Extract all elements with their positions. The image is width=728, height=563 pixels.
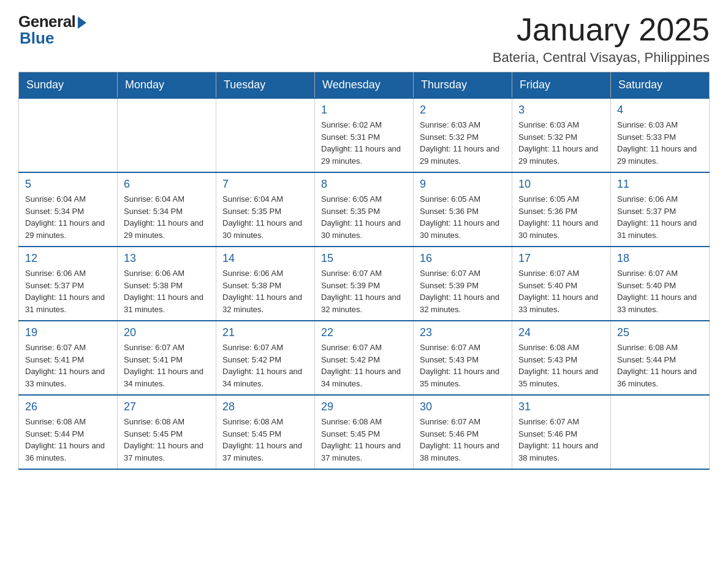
day-info: Sunrise: 6:05 AMSunset: 5:35 PMDaylight:… bbox=[321, 193, 407, 241]
day-info: Sunrise: 6:05 AMSunset: 5:36 PMDaylight:… bbox=[420, 193, 506, 241]
day-number: 2 bbox=[420, 104, 506, 117]
day-number: 25 bbox=[617, 326, 703, 339]
calendar-cell: 26Sunrise: 6:08 AMSunset: 5:44 PMDayligh… bbox=[19, 395, 118, 469]
day-number: 17 bbox=[518, 252, 604, 265]
day-number: 18 bbox=[617, 252, 703, 265]
day-info: Sunrise: 6:08 AMSunset: 5:44 PMDaylight:… bbox=[25, 416, 111, 464]
day-info: Sunrise: 6:06 AMSunset: 5:38 PMDaylight:… bbox=[124, 267, 210, 315]
calendar-table: SundayMondayTuesdayWednesdayThursdayFrid… bbox=[18, 72, 710, 470]
calendar-week-row: 1Sunrise: 6:02 AMSunset: 5:31 PMDaylight… bbox=[19, 98, 710, 172]
day-info: Sunrise: 6:04 AMSunset: 5:34 PMDaylight:… bbox=[25, 193, 111, 241]
calendar-cell: 10Sunrise: 6:05 AMSunset: 5:36 PMDayligh… bbox=[512, 172, 611, 247]
day-info: Sunrise: 6:08 AMSunset: 5:43 PMDaylight:… bbox=[518, 342, 604, 389]
day-number: 4 bbox=[617, 104, 703, 117]
day-number: 14 bbox=[222, 252, 308, 265]
day-info: Sunrise: 6:02 AMSunset: 5:31 PMDaylight:… bbox=[321, 119, 407, 167]
calendar-cell: 5Sunrise: 6:04 AMSunset: 5:34 PMDaylight… bbox=[19, 172, 118, 247]
day-info: Sunrise: 6:08 AMSunset: 5:45 PMDaylight:… bbox=[124, 416, 210, 464]
day-info: Sunrise: 6:07 AMSunset: 5:39 PMDaylight:… bbox=[420, 267, 506, 315]
calendar-cell: 1Sunrise: 6:02 AMSunset: 5:31 PMDaylight… bbox=[315, 98, 414, 172]
day-number: 23 bbox=[420, 326, 506, 339]
calendar-week-row: 19Sunrise: 6:07 AMSunset: 5:41 PMDayligh… bbox=[19, 321, 710, 395]
calendar-cell: 29Sunrise: 6:08 AMSunset: 5:45 PMDayligh… bbox=[315, 395, 414, 469]
day-info: Sunrise: 6:08 AMSunset: 5:44 PMDaylight:… bbox=[617, 342, 703, 389]
calendar-cell bbox=[216, 98, 315, 172]
calendar-cell: 7Sunrise: 6:04 AMSunset: 5:35 PMDaylight… bbox=[216, 172, 315, 247]
day-number: 28 bbox=[222, 400, 308, 413]
calendar-cell: 19Sunrise: 6:07 AMSunset: 5:41 PMDayligh… bbox=[19, 321, 118, 395]
day-number: 6 bbox=[124, 178, 210, 191]
day-number: 19 bbox=[25, 326, 111, 339]
calendar-cell: 15Sunrise: 6:07 AMSunset: 5:39 PMDayligh… bbox=[315, 247, 414, 321]
day-info: Sunrise: 6:05 AMSunset: 5:36 PMDaylight:… bbox=[518, 193, 604, 241]
calendar-cell bbox=[611, 395, 710, 469]
weekday-header-saturday: Saturday bbox=[611, 72, 710, 99]
calendar-cell: 8Sunrise: 6:05 AMSunset: 5:35 PMDaylight… bbox=[315, 172, 414, 247]
day-info: Sunrise: 6:06 AMSunset: 5:38 PMDaylight:… bbox=[222, 267, 308, 315]
day-info: Sunrise: 6:07 AMSunset: 5:41 PMDaylight:… bbox=[124, 342, 210, 389]
day-number: 5 bbox=[25, 178, 111, 191]
day-info: Sunrise: 6:07 AMSunset: 5:46 PMDaylight:… bbox=[518, 416, 604, 464]
day-number: 27 bbox=[124, 400, 210, 413]
day-info: Sunrise: 6:07 AMSunset: 5:43 PMDaylight:… bbox=[420, 342, 506, 389]
day-info: Sunrise: 6:06 AMSunset: 5:37 PMDaylight:… bbox=[25, 267, 111, 315]
day-number: 1 bbox=[321, 104, 407, 117]
day-number: 29 bbox=[321, 400, 407, 413]
day-info: Sunrise: 6:08 AMSunset: 5:45 PMDaylight:… bbox=[222, 416, 308, 464]
day-number: 24 bbox=[518, 326, 604, 339]
page-header: General Blue January 2025 Bateria, Centr… bbox=[18, 12, 710, 66]
weekday-header-thursday: Thursday bbox=[414, 72, 512, 99]
logo-triangle-icon bbox=[78, 17, 86, 29]
title-block: January 2025 Bateria, Central Visayas, P… bbox=[493, 12, 710, 66]
calendar-week-row: 12Sunrise: 6:06 AMSunset: 5:37 PMDayligh… bbox=[19, 247, 710, 321]
day-info: Sunrise: 6:07 AMSunset: 5:40 PMDaylight:… bbox=[518, 267, 604, 315]
weekday-header-monday: Monday bbox=[118, 72, 216, 99]
calendar-cell: 24Sunrise: 6:08 AMSunset: 5:43 PMDayligh… bbox=[512, 321, 611, 395]
calendar-cell: 9Sunrise: 6:05 AMSunset: 5:36 PMDaylight… bbox=[414, 172, 512, 247]
day-info: Sunrise: 6:07 AMSunset: 5:42 PMDaylight:… bbox=[321, 342, 407, 389]
day-info: Sunrise: 6:06 AMSunset: 5:37 PMDaylight:… bbox=[617, 193, 703, 241]
month-title: January 2025 bbox=[493, 12, 710, 47]
logo-blue-text: Blue bbox=[20, 29, 54, 48]
calendar-cell: 31Sunrise: 6:07 AMSunset: 5:46 PMDayligh… bbox=[512, 395, 611, 469]
calendar-cell: 11Sunrise: 6:06 AMSunset: 5:37 PMDayligh… bbox=[611, 172, 710, 247]
calendar-cell: 30Sunrise: 6:07 AMSunset: 5:46 PMDayligh… bbox=[414, 395, 512, 469]
day-number: 26 bbox=[25, 400, 111, 413]
calendar-week-row: 26Sunrise: 6:08 AMSunset: 5:44 PMDayligh… bbox=[19, 395, 710, 469]
day-number: 12 bbox=[25, 252, 111, 265]
day-info: Sunrise: 6:07 AMSunset: 5:41 PMDaylight:… bbox=[25, 342, 111, 389]
day-info: Sunrise: 6:07 AMSunset: 5:42 PMDaylight:… bbox=[222, 342, 308, 389]
day-number: 30 bbox=[420, 400, 506, 413]
day-number: 3 bbox=[518, 104, 604, 117]
calendar-cell: 2Sunrise: 6:03 AMSunset: 5:32 PMDaylight… bbox=[414, 98, 512, 172]
day-info: Sunrise: 6:03 AMSunset: 5:32 PMDaylight:… bbox=[420, 119, 506, 167]
weekday-header-tuesday: Tuesday bbox=[216, 72, 315, 99]
day-info: Sunrise: 6:03 AMSunset: 5:33 PMDaylight:… bbox=[617, 119, 703, 167]
calendar-cell: 13Sunrise: 6:06 AMSunset: 5:38 PMDayligh… bbox=[118, 247, 216, 321]
day-info: Sunrise: 6:08 AMSunset: 5:45 PMDaylight:… bbox=[321, 416, 407, 464]
day-number: 7 bbox=[222, 178, 308, 191]
calendar-cell bbox=[19, 98, 118, 172]
weekday-header-sunday: Sunday bbox=[19, 72, 118, 99]
calendar-cell: 16Sunrise: 6:07 AMSunset: 5:39 PMDayligh… bbox=[414, 247, 512, 321]
day-number: 10 bbox=[518, 178, 604, 191]
day-info: Sunrise: 6:07 AMSunset: 5:39 PMDaylight:… bbox=[321, 267, 407, 315]
calendar-cell: 28Sunrise: 6:08 AMSunset: 5:45 PMDayligh… bbox=[216, 395, 315, 469]
day-info: Sunrise: 6:04 AMSunset: 5:35 PMDaylight:… bbox=[222, 193, 308, 241]
calendar-cell: 17Sunrise: 6:07 AMSunset: 5:40 PMDayligh… bbox=[512, 247, 611, 321]
day-number: 15 bbox=[321, 252, 407, 265]
location-title: Bateria, Central Visayas, Philippines bbox=[493, 50, 710, 66]
weekday-header-wednesday: Wednesday bbox=[315, 72, 414, 99]
day-number: 8 bbox=[321, 178, 407, 191]
calendar-cell: 4Sunrise: 6:03 AMSunset: 5:33 PMDaylight… bbox=[611, 98, 710, 172]
day-number: 22 bbox=[321, 326, 407, 339]
calendar-cell: 22Sunrise: 6:07 AMSunset: 5:42 PMDayligh… bbox=[315, 321, 414, 395]
calendar-cell: 20Sunrise: 6:07 AMSunset: 5:41 PMDayligh… bbox=[118, 321, 216, 395]
calendar-cell: 14Sunrise: 6:06 AMSunset: 5:38 PMDayligh… bbox=[216, 247, 315, 321]
day-info: Sunrise: 6:07 AMSunset: 5:46 PMDaylight:… bbox=[420, 416, 506, 464]
calendar-header-row: SundayMondayTuesdayWednesdayThursdayFrid… bbox=[19, 72, 710, 99]
day-number: 16 bbox=[420, 252, 506, 265]
logo: General Blue bbox=[18, 12, 86, 48]
day-number: 21 bbox=[222, 326, 308, 339]
calendar-cell: 3Sunrise: 6:03 AMSunset: 5:32 PMDaylight… bbox=[512, 98, 611, 172]
